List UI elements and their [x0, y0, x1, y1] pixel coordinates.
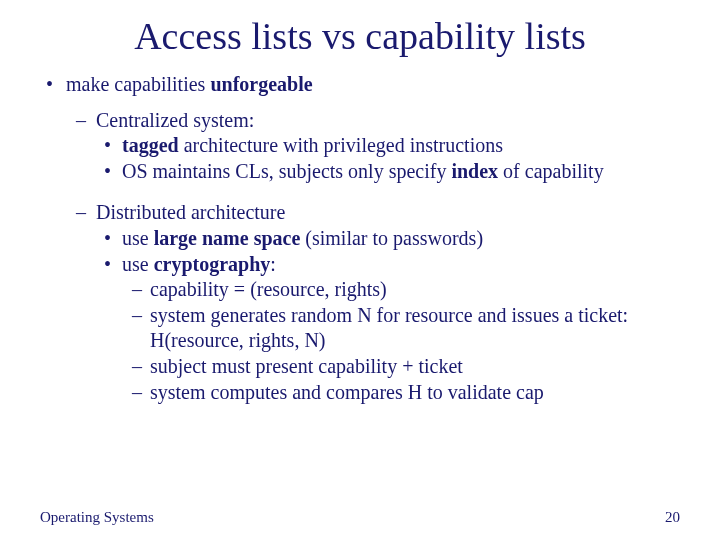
detail-item: – subject must present capability + tick… — [132, 354, 680, 380]
text: make capabilities — [66, 73, 210, 95]
sub-item: • use cryptography: — [104, 252, 680, 278]
text: architecture with privileged instruction… — [179, 134, 503, 156]
text: use — [122, 227, 154, 249]
text-bold: large name space — [154, 227, 301, 249]
text-bold: index — [451, 160, 498, 182]
text: of capability — [498, 160, 604, 182]
sub-centralized: – Centralized system: — [76, 108, 680, 134]
bullet-dot-icon: • — [104, 159, 122, 185]
dash-icon: – — [132, 303, 150, 354]
text: subject must present capability + ticket — [150, 354, 680, 380]
text-bold: unforgeable — [210, 73, 312, 95]
bullet-dot-icon: • — [104, 133, 122, 159]
text: (similar to passwords) — [300, 227, 483, 249]
dash-icon: – — [132, 354, 150, 380]
detail-item: – system generates random N for resource… — [132, 303, 680, 354]
sub-item: • OS maintains CLs, subjects only specif… — [104, 159, 680, 185]
footer-left: Operating Systems — [40, 509, 154, 526]
text: Distributed architecture — [96, 200, 680, 226]
text: capability = (resource, rights) — [150, 277, 680, 303]
sub-item: • use large name space (similar to passw… — [104, 226, 680, 252]
slide-title: Access lists vs capability lists — [40, 14, 680, 58]
detail-item: – system computes and compares H to vali… — [132, 380, 680, 406]
text-bold: cryptography — [154, 253, 271, 275]
page-number: 20 — [665, 509, 680, 526]
dash-icon: – — [76, 108, 96, 134]
sub-distributed: – Distributed architecture — [76, 200, 680, 226]
text: system generates random N for resource a… — [150, 303, 680, 354]
dash-icon: – — [132, 277, 150, 303]
text: OS maintains CLs, subjects only specify — [122, 160, 451, 182]
text: Centralized system: — [96, 108, 680, 134]
sub-item: • tagged architecture with privileged in… — [104, 133, 680, 159]
dash-icon: – — [76, 200, 96, 226]
text-bold: tagged — [122, 134, 179, 156]
bullet-dot-icon: • — [104, 252, 122, 278]
text: : — [270, 253, 276, 275]
detail-item: – capability = (resource, rights) — [132, 277, 680, 303]
bullet-dot-icon: • — [46, 72, 66, 98]
dash-icon: – — [132, 380, 150, 406]
slide-content: • make capabilities unforgeable – Centra… — [40, 72, 680, 405]
text: use — [122, 253, 154, 275]
bullet-main: • make capabilities unforgeable — [46, 72, 680, 98]
bullet-dot-icon: • — [104, 226, 122, 252]
text: system computes and compares H to valida… — [150, 380, 680, 406]
